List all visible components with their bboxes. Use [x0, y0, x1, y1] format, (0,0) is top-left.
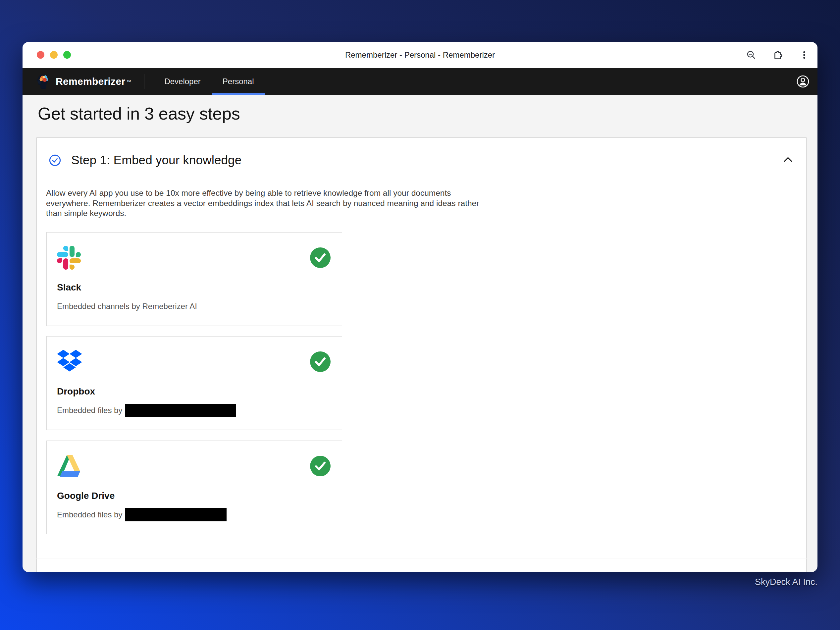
app-navbar: Rememberizer ™ Developer Personal — [22, 68, 818, 95]
step1-description-line: everywhere. Rememberizer creates a vecto… — [46, 198, 479, 209]
tab-personal-label: Personal — [223, 77, 254, 86]
rememberizer-logo-icon — [35, 74, 51, 89]
integration-card-dropbox[interactable]: Dropbox Embedded files by — [46, 336, 342, 430]
extensions-puzzle-icon[interactable] — [772, 50, 783, 60]
step1-header: Step 1: Embed your knowledge — [37, 138, 806, 181]
step1-section: Step 1: Embed your knowledge Allow every… — [36, 137, 807, 558]
connected-check-badge — [310, 351, 330, 372]
integration-description-text: Embedded files by — [57, 406, 122, 415]
integration-description: Embedded files by — [57, 507, 227, 523]
integration-description-text: Embedded channels by Remeberizer AI — [57, 302, 197, 311]
integration-name: Google Drive — [57, 491, 115, 501]
redacted-text-bar — [125, 404, 236, 417]
browser-tab-title: Rememberizer - Personal - Rememberizer — [22, 42, 818, 68]
tab-developer[interactable]: Developer — [153, 68, 211, 95]
nav-divider — [144, 74, 144, 89]
connected-check-badge — [310, 248, 330, 268]
dropbox-logo-icon — [57, 350, 82, 372]
redacted-text-bar — [125, 508, 227, 521]
brand[interactable]: Rememberizer ™ — [35, 74, 131, 89]
kebab-menu-icon[interactable] — [799, 50, 810, 60]
page-title: Get started in 3 easy steps — [38, 104, 240, 123]
integration-description: Embedded channels by Remeberizer AI — [57, 298, 197, 315]
integration-description-text: Embedded files by — [57, 510, 122, 519]
google-drive-logo-icon — [57, 454, 81, 478]
integration-name: Dropbox — [57, 386, 95, 397]
step1-description-line: Allow every AI app you use to be 10x mor… — [46, 188, 479, 198]
integration-card-slack[interactable]: Slack Embedded channels by Remeberizer A… — [46, 232, 342, 326]
brand-trademark: ™ — [126, 79, 131, 84]
integration-card-google-drive[interactable]: Google Drive Embedded files by — [46, 441, 342, 534]
collapse-section-button[interactable] — [783, 155, 793, 164]
step1-description: Allow every AI app you use to be 10x mor… — [46, 188, 479, 219]
step1-title: Step 1: Embed your knowledge — [71, 153, 242, 167]
slack-logo-icon — [57, 246, 81, 270]
next-step-section-partial — [36, 559, 807, 572]
company-branding: SkyDeck AI Inc. — [755, 577, 818, 587]
nav-tabs: Developer Personal — [153, 68, 265, 95]
user-account-icon[interactable] — [796, 74, 810, 89]
tab-developer-label: Developer — [164, 77, 201, 86]
active-tab-underline — [212, 93, 265, 95]
tab-personal[interactable]: Personal — [212, 68, 265, 95]
integration-name: Slack — [57, 282, 81, 293]
connected-check-badge — [310, 456, 330, 476]
zoom-out-icon[interactable] — [746, 50, 756, 60]
step1-description-line: than simple keywords. — [46, 208, 479, 219]
brand-name: Rememberizer — [56, 76, 125, 87]
integration-description: Embedded files by — [57, 402, 236, 419]
chevron-up-icon — [784, 157, 792, 162]
browser-window: Rememberizer - Personal - Rememberizer — [22, 42, 818, 572]
browser-toolbar-icons — [746, 50, 810, 60]
step-complete-icon — [49, 154, 61, 167]
browser-titlebar: Rememberizer - Personal - Rememberizer — [22, 42, 818, 68]
